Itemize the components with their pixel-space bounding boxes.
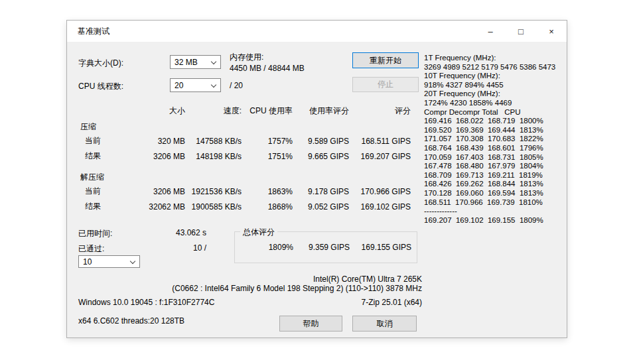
log-line: 168.511 170.966 169.739 1810% <box>424 198 565 208</box>
log-line: Compr Decompr Total CPU <box>424 108 565 117</box>
cpu-threads-total: / 20 <box>230 81 243 90</box>
elapsed-time-label: 已用时间: <box>78 229 112 238</box>
maximize-icon: □ <box>518 27 524 36</box>
cell-speed: 1900585 KB/s <box>185 202 242 212</box>
cell-rating: 169.102 GIPS <box>349 202 411 212</box>
passes-select[interactable]: 10 <box>78 255 140 268</box>
log-line: 168.709 169.713 169.211 1819% <box>424 171 565 180</box>
desktop-background: 基准测试 – □ × 字典大小(D): 32 MB 内存使用: 44 <box>0 0 637 364</box>
dictionary-size-value: 32 MB <box>175 58 198 67</box>
total-usage-rating: 9.359 GIPS <box>293 243 350 252</box>
log-line: 1724% 4230 1858% 4469 <box>424 99 565 108</box>
cell-usage-rating: 9.178 GIPS <box>293 187 349 196</box>
cell-usage-rating: 9.589 GIPS <box>293 137 349 146</box>
close-icon: × <box>549 27 554 36</box>
log-line: 171.057 170.308 170.683 1822% <box>424 135 565 144</box>
log-line: ------------- <box>424 207 565 216</box>
cell-rating: 168.511 GIPS <box>349 137 411 146</box>
log-line: 170.128 169.060 169.594 1813% <box>424 189 565 198</box>
log-line: 168.426 169.262 168.844 1813% <box>424 180 565 189</box>
minimize-icon: – <box>488 27 492 36</box>
restart-button[interactable]: 重新开始 <box>352 52 419 68</box>
cell-speed: 1921536 KB/s <box>185 187 242 196</box>
passes-row: 已通过: 10 / <box>78 243 206 254</box>
benchmark-table: 大小 速度: CPU 使用率 使用率评分 评分 压缩 当前 320 MB 147… <box>78 104 413 214</box>
elapsed-time-value: 43.062 s <box>176 228 206 237</box>
chevron-down-icon <box>211 82 216 88</box>
dictionary-size-select[interactable]: 32 MB <box>170 55 221 69</box>
cell-rating: 170.966 GIPS <box>349 187 411 196</box>
build-info: x64 6.C602 threads:20 128TB <box>78 316 184 326</box>
table-row: 当前 3206 MB 1921536 KB/s 1863% 9.178 GIPS… <box>78 184 413 199</box>
cell-usage-rating: 9.052 GIPS <box>293 202 349 212</box>
cpu-name: Intel(R) Core(TM) Ultra 7 265K <box>313 274 422 284</box>
cpu-threads-select[interactable]: 20 <box>170 78 221 92</box>
cell-cpu-usage: 1751% <box>242 152 293 161</box>
log-line: 1T Frequency (MHz): <box>424 54 565 63</box>
table-row: 当前 320 MB 147588 KB/s 1757% 9.589 GIPS 1… <box>78 133 413 149</box>
passes-value: 10 / <box>193 243 206 253</box>
table-row: 结果 32062 MB 1900585 KB/s 1868% 9.052 GIP… <box>78 199 413 214</box>
minimize-button[interactable]: – <box>475 21 506 42</box>
log-line: 20T Frequency (MHz): <box>424 90 565 99</box>
cpu-threads-value: 20 <box>175 81 183 90</box>
col-header-rating: 评分 <box>349 105 411 117</box>
passes-label: 已通过: <box>78 244 104 253</box>
total-rating-values: 1809% 9.359 GIPS 169.155 GIPS <box>235 243 411 252</box>
table-row: 结果 3206 MB 148198 KB/s 1751% 9.665 GIPS … <box>78 149 413 164</box>
log-line: 169.520 169.369 169.444 1813% <box>424 126 565 135</box>
log-line: 169.207 169.102 169.155 1809% <box>424 216 565 225</box>
stop-button[interactable]: 停止 <box>352 77 419 92</box>
total-cpu-usage: 1809% <box>235 243 293 252</box>
cell-size: 3206 MB <box>133 152 185 161</box>
row-label-current: 当前 <box>78 186 133 197</box>
cell-size: 3206 MB <box>133 187 185 196</box>
title-bar[interactable]: 基准测试 – □ × <box>67 21 567 42</box>
log-line: 10T Frequency (MHz): <box>424 72 565 81</box>
cpu-threads-label: CPU 线程数: <box>78 81 123 92</box>
cell-speed: 148198 KB/s <box>185 152 242 161</box>
log-line: 170.059 167.403 168.731 1805% <box>424 153 565 162</box>
memory-usage-label: 内存使用: <box>230 52 263 63</box>
maximize-button[interactable]: □ <box>506 21 536 42</box>
log-line: 3269 4989 5212 5179 5476 5386 5473 <box>424 63 565 72</box>
app-version: 7-Zip 25.01 (x64) <box>362 298 422 307</box>
passes-select-value: 10 <box>83 257 92 267</box>
col-header-speed: 速度: <box>185 105 242 117</box>
elapsed-time-row: 已用时间: 43.062 s <box>78 228 206 239</box>
cancel-button[interactable]: 取消 <box>352 316 417 332</box>
cell-cpu-usage: 1757% <box>242 137 293 146</box>
total-rating: 169.155 GIPS <box>350 243 411 252</box>
cpu-details: (C0662 : Intel64 Family 6 Model 198 Step… <box>172 284 422 293</box>
row-label-result: 结果 <box>78 151 133 162</box>
cell-size: 32062 MB <box>133 202 185 212</box>
window-title: 基准测试 <box>78 26 109 37</box>
total-rating-label: 总体评分 <box>240 227 277 238</box>
frequency-log-panel: 1T Frequency (MHz): 3269 4989 5212 5179 … <box>424 54 565 225</box>
memory-usage-value: 4450 MB / 48844 MB <box>230 64 305 73</box>
help-button[interactable]: 帮助 <box>279 316 342 332</box>
chevron-down-icon <box>211 59 216 64</box>
row-label-current: 当前 <box>78 135 133 147</box>
os-info: Windows 10.0 19045 : f:1F310F2774C <box>78 298 214 307</box>
log-line: 169.416 168.022 168.719 1800% <box>424 117 565 126</box>
log-line: 918% 4327 894% 4455 <box>424 81 565 90</box>
cell-size: 320 MB <box>133 137 185 146</box>
window-controls: – □ × <box>475 21 567 42</box>
col-header-cpu-usage: CPU 使用率 <box>242 105 293 117</box>
close-button[interactable]: × <box>536 21 567 42</box>
log-line: 168.764 168.439 168.601 1796% <box>424 144 565 153</box>
row-label-result: 结果 <box>78 201 133 212</box>
dictionary-size-label: 字典大小(D): <box>78 58 123 69</box>
log-line: 167.478 168.480 167.979 1804% <box>424 162 565 171</box>
cell-cpu-usage: 1868% <box>242 202 293 212</box>
cell-rating: 169.207 GIPS <box>349 152 411 161</box>
section-decompression: 解压缩 <box>78 170 413 184</box>
chevron-down-icon <box>130 259 135 264</box>
total-rating-groupbox: 总体评分 1809% 9.359 GIPS 169.155 GIPS <box>234 231 417 263</box>
benchmark-dialog: 基准测试 – □ × 字典大小(D): 32 MB 内存使用: 44 <box>66 20 567 338</box>
cell-cpu-usage: 1863% <box>242 187 293 196</box>
cell-usage-rating: 9.665 GIPS <box>293 152 349 161</box>
table-header-row: 大小 速度: CPU 使用率 使用率评分 评分 <box>78 104 413 117</box>
section-compression: 压缩 <box>78 120 413 133</box>
